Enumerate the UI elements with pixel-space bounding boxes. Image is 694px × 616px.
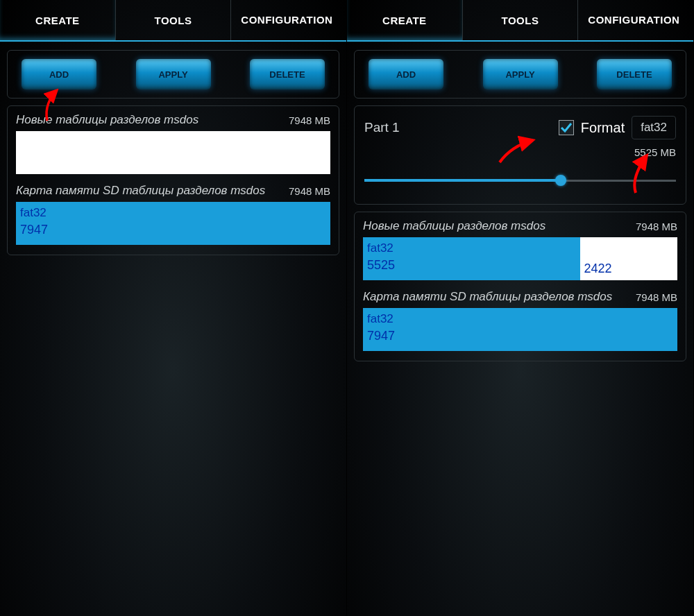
delete-button[interactable]: DELETE bbox=[597, 59, 672, 89]
tab-bar: CREATE TOOLS CONFIGURATION bbox=[0, 0, 346, 42]
partition-bar-sd[interactable]: fat32 7947 bbox=[16, 202, 330, 245]
partition-bar-new[interactable] bbox=[16, 131, 330, 174]
segment-fs-label: fat32 bbox=[367, 311, 673, 327]
filesystem-select[interactable]: fat32 bbox=[632, 116, 676, 139]
section-size: 7948 MB bbox=[289, 185, 330, 197]
tab-tools[interactable]: TOOLS bbox=[462, 0, 578, 40]
segment-fs-label: fat32 bbox=[367, 240, 576, 257]
selected-size-label: 5525 MB bbox=[634, 146, 676, 158]
segment-fs-label: fat32 bbox=[20, 205, 326, 221]
segment-size-label: 7947 bbox=[367, 327, 673, 345]
screen-right: CREATE TOOLS CONFIGURATION ADD APPLY DEL… bbox=[347, 0, 694, 616]
section-header-sd: Карта памяти SD таблицы разделов msdos 7… bbox=[363, 290, 677, 304]
slider-thumb[interactable] bbox=[555, 175, 566, 186]
screen-left: CREATE TOOLS CONFIGURATION ADD APPLY DEL… bbox=[0, 0, 347, 616]
section-title: Новые таблицы разделов msdos bbox=[363, 219, 545, 233]
partition-label: Part 1 bbox=[364, 120, 552, 135]
format-label: Format bbox=[581, 120, 625, 136]
section-header-sd: Карта памяти SD таблицы разделов msdos 7… bbox=[16, 184, 330, 198]
section-header-new: Новые таблицы разделов msdos 7948 MB bbox=[16, 113, 330, 127]
section-header-new: Новые таблицы разделов msdos 7948 MB bbox=[363, 219, 677, 233]
section-size: 7948 MB bbox=[636, 291, 677, 303]
tab-configuration[interactable]: CONFIGURATION bbox=[577, 0, 693, 40]
apply-button[interactable]: APPLY bbox=[483, 59, 558, 89]
partition-bar-new[interactable]: fat32 5525 2422 bbox=[363, 237, 677, 280]
tab-create[interactable]: CREATE bbox=[0, 0, 115, 40]
tab-configuration[interactable]: CONFIGURATION bbox=[230, 0, 346, 40]
delete-button[interactable]: DELETE bbox=[250, 59, 325, 89]
add-button[interactable]: ADD bbox=[22, 59, 96, 89]
partition-segment-fat32: fat32 7947 bbox=[363, 308, 677, 351]
partition-bar-sd[interactable]: fat32 7947 bbox=[363, 308, 677, 351]
slider-fill bbox=[364, 179, 561, 182]
tab-tools[interactable]: TOOLS bbox=[115, 0, 231, 40]
section-title: Карта памяти SD таблицы разделов msdos bbox=[363, 290, 612, 304]
section-title: Карта памяти SD таблицы разделов msdos bbox=[16, 184, 265, 198]
partition-sections: Новые таблицы разделов msdos 7948 MB fat… bbox=[354, 212, 686, 361]
check-icon bbox=[560, 121, 573, 134]
section-title: Новые таблицы разделов msdos bbox=[16, 113, 198, 127]
segment-size-label: 7947 bbox=[20, 221, 326, 239]
section-size: 7948 MB bbox=[289, 114, 330, 126]
partition-segment-fat32: fat32 7947 bbox=[16, 202, 330, 245]
tab-bar: CREATE TOOLS CONFIGURATION bbox=[347, 0, 693, 42]
section-size: 7948 MB bbox=[636, 221, 677, 232]
partition-sections: Новые таблицы разделов msdos 7948 MB Кар… bbox=[7, 105, 339, 255]
apply-button[interactable]: APPLY bbox=[136, 59, 211, 89]
partition-segment-fat32: fat32 5525 bbox=[363, 237, 580, 280]
format-checkbox[interactable] bbox=[559, 120, 574, 135]
size-slider[interactable] bbox=[364, 173, 676, 187]
add-button[interactable]: ADD bbox=[369, 59, 443, 89]
toolbar: ADD APPLY DELETE bbox=[7, 50, 339, 99]
tab-create[interactable]: CREATE bbox=[347, 0, 462, 40]
segment-size-label: 2422 bbox=[584, 260, 673, 277]
partition-segment-empty bbox=[16, 131, 330, 174]
partition-config-panel: Part 1 Format fat32 5525 MB bbox=[354, 105, 686, 205]
toolbar: ADD APPLY DELETE bbox=[354, 50, 686, 99]
segment-size-label: 5525 bbox=[367, 257, 576, 274]
partition-segment-unallocated: 2422 bbox=[580, 237, 677, 280]
